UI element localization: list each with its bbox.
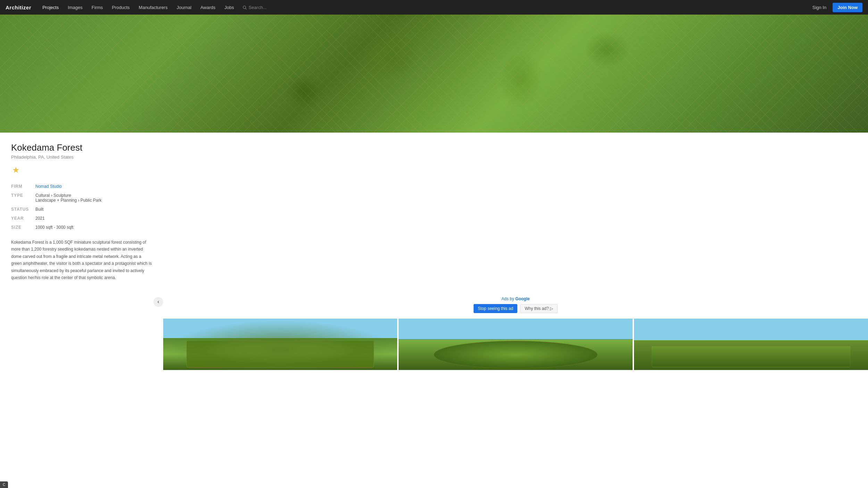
hero-image — [0, 15, 868, 133]
gallery-thumb-2[interactable] — [399, 319, 633, 370]
signin-button[interactable]: Sign In — [809, 5, 830, 10]
nav-item-products[interactable]: Products — [108, 0, 134, 15]
content-area: Kokedama Forest Philadelphia, PA, United… — [0, 133, 868, 292]
project-description: Kokedama Forest is a 1,000 SQF miniature… — [11, 239, 152, 281]
nav-links: Projects Images Firms Products Manufactu… — [38, 0, 809, 15]
firm-row: FIRM Nomad Studio — [11, 182, 152, 191]
nav-item-projects[interactable]: Projects — [38, 0, 63, 15]
nav-item-manufacturers[interactable]: Manufacturers — [135, 0, 172, 15]
nav-arrow-col — [0, 292, 163, 317]
gallery-thumb-3[interactable] — [634, 319, 868, 370]
type-line1: Cultural › Sculpture — [35, 193, 71, 198]
size-label: SIZE — [11, 223, 35, 232]
ads-by-google-label: Ads by Google — [501, 296, 529, 301]
search-input[interactable] — [249, 5, 276, 10]
why-ad-button[interactable]: Why this ad? ▷ — [520, 304, 558, 313]
back-arrow-button[interactable] — [153, 297, 163, 307]
nav-item-jobs[interactable]: Jobs — [220, 0, 238, 15]
firm-label: FIRM — [11, 182, 35, 191]
hero-canvas — [0, 15, 868, 133]
nav-item-awards[interactable]: Awards — [196, 0, 219, 15]
firm-value: Nomad Studio — [35, 182, 152, 191]
ads-by-text: Ads by — [501, 296, 514, 301]
nav-item-images[interactable]: Images — [64, 0, 87, 15]
size-row: SIZE 1000 sqft - 3000 sqft — [11, 223, 152, 232]
google-label: Google — [515, 296, 529, 301]
nav-right: Sign In Join Now — [809, 3, 862, 12]
chevron-left-icon — [156, 300, 160, 304]
year-label: YEAR — [11, 214, 35, 223]
nav-item-journal[interactable]: Journal — [173, 0, 196, 15]
mid-section: Ads by Google Stop seeing this ad Why th… — [0, 292, 868, 317]
right-area — [163, 133, 868, 292]
gallery-row — [0, 317, 868, 370]
meta-table: FIRM Nomad Studio TYPE Cultural › Sculpt… — [11, 182, 152, 232]
gallery-thumb-1[interactable] — [163, 319, 397, 370]
status-row: STATUS Built — [11, 205, 152, 214]
year-value: 2021 — [35, 214, 152, 223]
svg-line-1 — [245, 8, 247, 9]
svg-point-0 — [243, 6, 246, 9]
project-location: Philadelphia, PA, United States — [11, 154, 152, 160]
type-value: Cultural › Sculpture Landscape + Plannin… — [35, 191, 152, 205]
stop-ad-button[interactable]: Stop seeing this ad — [474, 304, 517, 313]
left-panel: Kokedama Forest Philadelphia, PA, United… — [0, 133, 163, 292]
status-label: STATUS — [11, 205, 35, 214]
search-container[interactable] — [239, 5, 280, 10]
award-star: ★ — [12, 166, 20, 174]
firm-link[interactable]: Nomad Studio — [35, 184, 62, 189]
year-row: YEAR 2021 — [11, 214, 152, 223]
type-label: TYPE — [11, 191, 35, 205]
size-value: 1000 sqft - 3000 sqft — [35, 223, 152, 232]
type-row: TYPE Cultural › Sculpture Landscape + Pl… — [11, 191, 152, 205]
brand-logo[interactable]: Architizer — [6, 5, 31, 10]
award-icon: ★ — [11, 165, 21, 175]
status-value: Built — [35, 205, 152, 214]
search-icon — [242, 5, 247, 10]
project-title: Kokedama Forest — [11, 142, 152, 153]
ad-buttons: Stop seeing this ad Why this ad? ▷ — [474, 304, 558, 313]
joinnow-button[interactable]: Join Now — [833, 3, 862, 12]
type-line2: Landscape + Planning › Public Park — [35, 198, 101, 203]
navbar: Architizer Projects Images Firms Product… — [0, 0, 868, 15]
ad-section: Ads by Google Stop seeing this ad Why th… — [163, 292, 868, 317]
nav-item-firms[interactable]: Firms — [87, 0, 107, 15]
